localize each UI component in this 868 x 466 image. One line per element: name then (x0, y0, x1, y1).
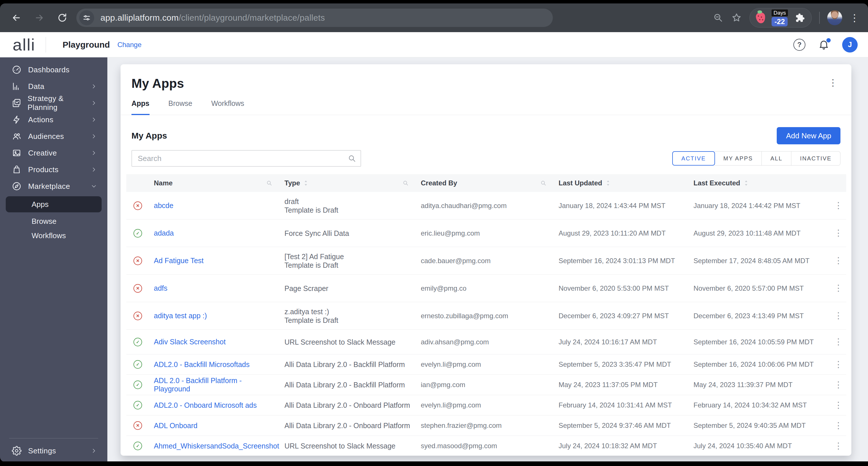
filter-my-apps[interactable]: MY APPS (715, 151, 762, 165)
row-menu-icon[interactable]: ⋮ (831, 201, 846, 210)
zoom-out-icon[interactable] (713, 12, 724, 23)
row-menu-icon[interactable]: ⋮ (831, 229, 846, 238)
sort-icon[interactable] (303, 180, 308, 187)
filter-inactive[interactable]: INACTIVE (792, 151, 840, 165)
filter-all[interactable]: ALL (762, 151, 792, 165)
last-updated: May 24, 2023 11:37:05 PM MDT (554, 381, 689, 389)
status-active-icon: ✓ (133, 229, 142, 238)
app-type: [Test 2] Ad FatigueTemplate is Draft (280, 252, 416, 270)
table-row: ✕ adfs Page Scraper emily@pmg.co Novembe… (126, 275, 846, 302)
tab-workflows[interactable]: Workflows (211, 99, 244, 115)
status-column-header (126, 174, 149, 192)
app-name-link[interactable]: ADL Onboard (154, 422, 197, 430)
app-name-link[interactable]: Ahmed_WhiskersandSoda_Screenshot (154, 442, 279, 450)
app-name-link[interactable]: Ad Fatigue Test (154, 256, 204, 265)
app-type: URL Screenshot to Slack Message (280, 338, 416, 346)
status-inactive-icon: ✕ (133, 201, 142, 210)
sidebar-item-settings[interactable]: Settings (0, 442, 107, 459)
created-by: evelyn.li@pmg.com (416, 361, 554, 368)
address-bar[interactable]: app.alliplatform.com/client/playground/m… (76, 9, 553, 27)
last-executed: September 16, 2024 10:06:06 PM MDT (689, 361, 827, 368)
sidebar-item-dashboards[interactable]: Dashboards (0, 61, 107, 78)
row-menu-icon[interactable]: ⋮ (831, 401, 846, 410)
days-extension-badge[interactable]: Days -22 (772, 9, 788, 26)
row-menu-icon[interactable]: ⋮ (831, 380, 846, 390)
site-settings-icon[interactable] (79, 10, 94, 25)
user-avatar[interactable]: J (842, 37, 858, 53)
column-header-name[interactable]: Name (149, 174, 280, 192)
add-new-app-button[interactable]: Add New App (777, 127, 840, 144)
column-header-last-updated[interactable]: Last Updated (554, 174, 689, 192)
status-active-icon: ✓ (133, 401, 142, 409)
browser-forward-icon[interactable] (34, 12, 45, 23)
last-executed: May 24, 2023 11:39:37 PM MDT (689, 381, 827, 389)
sidebar-item-strategy-planning[interactable]: Strategy & Planning (0, 95, 107, 111)
lightning-icon (11, 115, 22, 125)
search-icon (348, 154, 356, 163)
sidebar-item-audiences[interactable]: Audiences (0, 128, 107, 145)
app-name-link[interactable]: Adiv Slack Screenshot (154, 338, 226, 346)
column-header-last-executed[interactable]: Last Executed (689, 174, 827, 192)
sidebar-subitem-apps[interactable]: Apps (6, 196, 102, 212)
last-updated: September 16, 2024 3:01:13 PM MDT (554, 257, 689, 265)
status-inactive-icon: ✕ (133, 421, 142, 430)
search-input[interactable] (131, 150, 361, 167)
app-name-link[interactable]: abcde (154, 201, 174, 210)
tab-bar: AppsBrowseWorkflows (121, 99, 851, 115)
extensions-pill: Days -22 (749, 8, 812, 28)
column-header-created-by[interactable]: Created By (416, 174, 554, 192)
browser-menu-icon[interactable]: ⋮ (849, 13, 859, 23)
table-row: ✓ Ahmed_WhiskersandSoda_Screenshot URL S… (126, 436, 846, 456)
app-name-link[interactable]: ADL2.0 - Onboard Microsoft ads (154, 401, 257, 409)
help-icon[interactable]: ? (794, 39, 805, 51)
app-name-link[interactable]: ADL2.0 - Backfill Microsoftads (154, 361, 249, 368)
column-search-icon[interactable] (402, 180, 409, 186)
status-active-icon: ✓ (133, 338, 142, 346)
extensions-puzzle-icon[interactable] (794, 12, 805, 23)
chevron-right-icon (91, 150, 97, 156)
app-name-link[interactable]: adfs (154, 284, 167, 292)
column-search-icon[interactable] (266, 180, 272, 186)
column-header-type[interactable]: Type (280, 174, 416, 192)
status-inactive-icon: ✕ (133, 312, 142, 320)
row-menu-icon[interactable]: ⋮ (831, 311, 846, 320)
sidebar-item-actions[interactable]: Actions (0, 111, 107, 128)
sort-icon[interactable] (744, 180, 749, 187)
header-divider (45, 37, 46, 53)
chevron-right-icon (91, 133, 97, 139)
row-menu-icon[interactable]: ⋮ (831, 284, 846, 293)
filter-active[interactable]: ACTIVE (672, 151, 715, 165)
table-row: ✕ Ad Fatigue Test [Test 2] Ad FatigueTem… (126, 247, 846, 275)
change-client-link[interactable]: Change (117, 41, 142, 49)
row-menu-icon[interactable]: ⋮ (831, 442, 846, 451)
tab-browse[interactable]: Browse (168, 99, 192, 115)
column-search-icon[interactable] (540, 180, 547, 186)
search-box (131, 150, 361, 167)
strawberry-extension-icon[interactable] (755, 12, 766, 24)
sidebar-item-marketplace[interactable]: Marketplace (0, 178, 107, 194)
bookmark-star-icon[interactable] (731, 12, 742, 23)
sidebar-subitem-browse[interactable]: Browse (6, 214, 102, 228)
tab-apps[interactable]: Apps (131, 99, 150, 115)
sidebar-item-data[interactable]: Data (0, 78, 107, 95)
app-name-link[interactable]: ADL 2.0 - Backfill Platform - Playground (154, 376, 242, 393)
row-menu-icon[interactable]: ⋮ (831, 256, 846, 265)
row-menu-icon[interactable]: ⋮ (831, 360, 846, 369)
card-menu-icon[interactable]: ⋮ (826, 76, 840, 89)
sidebar-subitem-workflows[interactable]: Workflows (6, 228, 102, 243)
last-updated: December 6, 2023 4:09:27 PM MST (554, 312, 689, 320)
row-menu-icon[interactable]: ⋮ (831, 421, 846, 430)
sidebar-item-products[interactable]: Products (0, 161, 107, 178)
sort-icon[interactable] (606, 180, 611, 187)
sidebar-item-creative[interactable]: Creative (0, 145, 107, 161)
app-name-link[interactable]: aditya test app :) (154, 312, 207, 320)
browser-profile-avatar[interactable] (827, 10, 842, 25)
app-name-link[interactable]: adada (154, 229, 174, 237)
browser-back-icon[interactable] (11, 12, 22, 23)
gauge-icon (11, 65, 22, 75)
row-menu-icon[interactable]: ⋮ (831, 337, 846, 346)
section-title: My Apps (131, 131, 167, 141)
toolbar-divider (819, 12, 820, 24)
browser-reload-icon[interactable] (57, 12, 68, 23)
notifications-bell-icon[interactable] (818, 39, 830, 51)
